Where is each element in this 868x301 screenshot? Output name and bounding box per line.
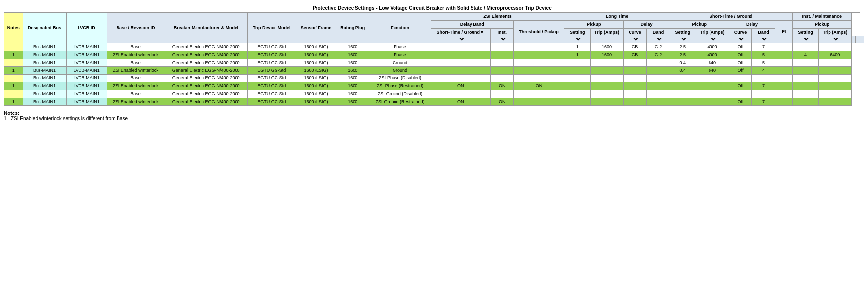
cell-i2t [775,90,792,98]
cell-breaker: General Electric EGG-N/400-2000 [164,59,247,67]
cell-im-setting [792,98,819,106]
cell-breaker: General Electric EGG-N/400-2000 [164,98,247,106]
cell-lt-setting: 1 [564,43,591,51]
cell-st-trip [696,98,729,106]
header-threshold-pickup: Threshold / Pickup [513,20,564,43]
header-inst-sub: Inst. [490,28,513,36]
cell-lt-curve: CB [624,51,647,59]
cell-breaker: General Electric EGG-N/400-2000 [164,43,247,51]
cell-short-time-ground [490,90,513,98]
cell-inst: ON [513,82,564,90]
header-st-band: Band [752,28,775,36]
cell-im-trip [819,82,852,90]
cell-base-revision: ZSI Enabled wInterlock [107,67,164,75]
filter-st-curve[interactable]: ▼ [792,36,819,43]
cell-inst [513,59,564,67]
cell-st-setting: 2.5 [670,43,696,51]
cell-lt-band: C-2 [646,43,670,51]
cell-inst [513,75,564,82]
cell-inst [513,67,564,75]
cell-function: ZSI-Phase (Restrained) [369,82,431,90]
cell-short-time-ground: ON [490,82,513,90]
cell-st-band: 7 [752,98,775,106]
cell-lt-band [646,98,670,106]
cell-st-trip [696,82,729,90]
cell-st-band: 7 [752,82,775,90]
filter-lt-trip[interactable]: ▼ [646,36,670,43]
cell-st-setting [670,98,696,106]
cell-st-curve [729,90,752,98]
header-zsi-elements: ZSI Elements [431,13,564,21]
cell-trip-device: EGTU GG-Std [247,67,296,75]
cell-st-trip: 640 [696,67,729,75]
cell-short-time-ground [490,75,513,82]
cell-i2t [775,51,792,59]
table-row: 1Bus-MAIN1LVCB-MAIN1ZSI Enabled wInterlo… [4,98,864,106]
table-row: 1Bus-MAIN1LVCB-MAIN1ZSI Enabled wInterlo… [4,82,864,90]
cell-threshold-pickup: ON [431,82,490,90]
filter-st-band[interactable]: ▼ [819,36,852,43]
filter-notes[interactable]: ▼ [431,36,490,43]
cell-inst [513,43,564,51]
cell-threshold-pickup [431,59,490,67]
cell-lvcb-id: LVCB-MAIN1 [66,59,107,67]
filter-lt-setting[interactable]: ▼ [624,36,647,43]
cell-lt-setting [564,82,591,90]
cell-st-trip: 4000 [696,51,729,59]
header-short-time-ground: Short-Time / Ground [670,13,792,21]
cell-sensor-frame: 1600 (LSIG) [296,43,336,51]
table-row: Bus-MAIN1LVCB-MAIN1BaseGeneral Electric … [4,59,864,67]
table-row: 1Bus-MAIN1LVCB-MAIN1ZSI Enabled wInterlo… [4,67,864,75]
cell-st-trip [696,75,729,82]
cell-st-setting [670,82,696,90]
cell-trip-device: EGTU GG-Std [247,75,296,82]
cell-i2t [775,67,792,75]
cell-breaker: General Electric EGG-N/400-2000 [164,51,247,59]
cell-designated-bus: Bus-MAIN1 [23,59,66,67]
cell-inst [513,51,564,59]
cell-im-setting [792,90,819,98]
cell-lt-trip [591,82,624,90]
cell-notes: 1 [4,51,23,59]
cell-i2t [775,43,792,51]
cell-st-curve: Off [729,43,752,51]
header-i2t: I²t [775,20,792,43]
cell-designated-bus: Bus-MAIN1 [23,75,66,82]
filter-im-setting [856,36,860,43]
notes-section: Notes: 1 ZSI Enabled wInterlock settings… [4,111,864,121]
cell-lvcb-id: LVCB-MAIN1 [66,75,107,82]
cell-trip-device: EGTU GG-Std [247,98,296,106]
cell-lt-band [646,82,670,90]
cell-function: Phase [369,43,431,51]
cell-st-curve: Off [729,67,752,75]
cell-im-setting [792,67,819,75]
cell-st-curve: Off [729,98,752,106]
cell-function: Ground [369,67,431,75]
filter-lt-band[interactable]: ▼ [696,36,729,43]
cell-rating-plug: 1600 [336,90,369,98]
cell-lt-curve [624,98,647,106]
filter-inst[interactable]: ▼ [564,36,591,43]
header-breaker: Breaker Manufacturer & Model [164,13,247,43]
filter-st-trip[interactable]: ▼ [752,36,775,43]
cell-threshold-pickup [431,75,490,82]
cell-lt-curve [624,75,647,82]
filter-lt-curve[interactable]: ▼ [670,36,696,43]
cell-short-time-ground [490,43,513,51]
cell-sensor-frame: 1600 (LSIG) [296,75,336,82]
notes-item-1: 1 ZSI Enabled wInterlock settings is dif… [4,116,864,121]
cell-notes [4,43,23,51]
cell-lt-trip [591,75,624,82]
main-table: Protective Device Settings - Low Voltage… [4,4,864,106]
cell-lt-trip [591,98,624,106]
cell-sensor-frame: 1600 (LSIG) [296,51,336,59]
cell-breaker: General Electric EGG-N/400-2000 [164,67,247,75]
filter-short-time[interactable]: ▼ [490,36,513,43]
cell-short-time-ground: ON [490,98,513,106]
header-delay-st-label: Delay [729,20,775,28]
header-st-trip: Trip (Amps) [696,28,729,36]
cell-designated-bus: Bus-MAIN1 [23,82,66,90]
cell-lt-curve [624,59,647,67]
cell-rating-plug: 1600 [336,43,369,51]
filter-st-setting[interactable]: ▼ [729,36,752,43]
